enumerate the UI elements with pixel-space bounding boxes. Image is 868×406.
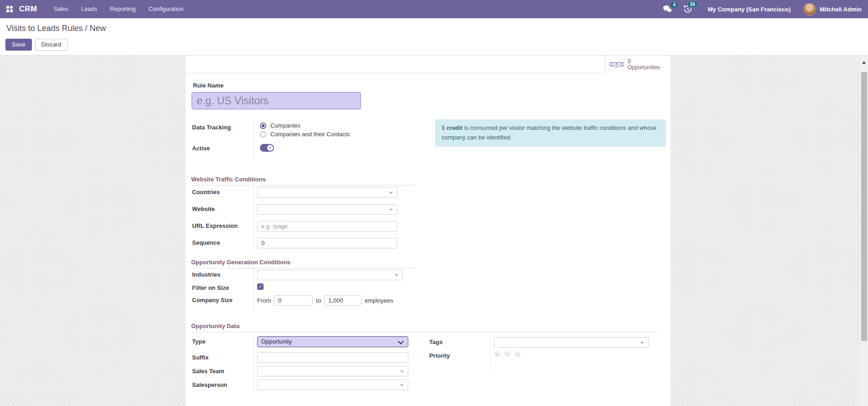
filter-on-size-checkbox[interactable] [257, 283, 264, 290]
sequence-input[interactable] [257, 238, 397, 248]
sales-team-label: Sales Team [192, 368, 224, 375]
radio-selected-icon [260, 123, 266, 129]
employees-unit-label: employees [365, 297, 393, 304]
form-sheet: 0 Opportunities Rule Name Data Tracking … [186, 56, 670, 406]
radio-companies-contacts[interactable]: Companies and their Contacts [260, 131, 350, 138]
star-icon[interactable]: ☆ [504, 350, 511, 358]
section-opportunity-data: Opportunity Data [191, 322, 659, 332]
sales-team-dropdown[interactable] [257, 366, 408, 376]
crm-rule-form-screen: CRM Sales Leads Reporting Configuration … [0, 0, 868, 406]
star-icon[interactable]: ☆ [494, 350, 501, 358]
opportunities-count: 0 [628, 59, 660, 65]
app-brand[interactable]: CRM [19, 5, 37, 14]
group-divider [253, 185, 254, 252]
activities-button[interactable]: 26 [683, 5, 692, 14]
url-expression-input[interactable] [257, 221, 397, 231]
top-navbar: CRM Sales Leads Reporting Configuration … [0, 0, 868, 18]
rule-name-label: Rule Name [193, 82, 223, 89]
to-label: to [316, 297, 321, 304]
suffix-label: Suffix [192, 354, 208, 361]
sequence-label: Sequence [192, 239, 220, 246]
company-size-row: From to employees [257, 295, 393, 306]
save-button[interactable]: Save [5, 39, 32, 51]
section-generation-conditions: Opportunity Generation Conditions [191, 258, 415, 268]
menu-reporting[interactable]: Reporting [106, 0, 140, 18]
alert-emphasis: 1 credit [442, 124, 462, 131]
size-to-input[interactable] [324, 295, 361, 306]
company-size-label: Company Size [192, 297, 233, 303]
tags-dropdown[interactable] [494, 337, 649, 348]
apps-menu-icon[interactable] [6, 6, 13, 12]
vertical-scrollbar[interactable] [860, 56, 868, 406]
size-from-input[interactable] [274, 295, 313, 306]
section-title: Opportunity Data [191, 323, 239, 329]
group-divider [253, 330, 254, 391]
from-label: From [257, 297, 271, 304]
section-title: Website Traffic Conditions [191, 176, 266, 183]
industries-label: Industries [192, 271, 220, 278]
menu-configuration[interactable]: Configuration [144, 0, 188, 18]
content-area: 0 Opportunities Rule Name Data Tracking … [0, 56, 868, 406]
scrollbar-thumb[interactable] [861, 72, 867, 341]
type-select[interactable]: Opportunity [257, 336, 408, 347]
main-menu: Sales Leads Reporting Configuration [49, 0, 192, 18]
control-panel: Visits to Leads Rules / New Save Discard [0, 18, 868, 56]
priority-stars: ☆ ☆ ☆ [494, 350, 521, 358]
navbar-right: 4 26 My Company (San Francisco) Mitchell… [663, 3, 862, 15]
tags-label: Tags [429, 339, 442, 345]
salesperson-dropdown[interactable] [257, 380, 408, 390]
company-switcher[interactable]: My Company (San Francisco) [708, 6, 791, 13]
breadcrumb-current: New [90, 24, 106, 33]
menu-sales[interactable]: Sales [49, 0, 73, 18]
form-statusbar: 0 Opportunities [186, 56, 670, 73]
countries-dropdown[interactable] [257, 187, 397, 198]
messages-button[interactable]: 4 [663, 5, 673, 13]
rule-name-input[interactable] [192, 92, 361, 109]
salesperson-label: Salesperson [192, 381, 227, 388]
group-divider [253, 121, 254, 159]
type-label: Type [192, 338, 205, 345]
activities-badge: 26 [687, 1, 698, 8]
filter-on-size-label: Filter on Size [192, 284, 229, 291]
group-divider [253, 267, 254, 312]
suffix-input[interactable] [257, 352, 408, 363]
website-dropdown[interactable] [257, 204, 397, 215]
radio-companies-contacts-label: Companies and their Contacts [270, 131, 350, 138]
active-toggle[interactable] [260, 144, 274, 152]
website-label: Website [192, 206, 215, 212]
breadcrumb-separator: / [83, 24, 90, 33]
form-actions: Save Discard [5, 39, 68, 51]
user-avatar[interactable] [803, 3, 816, 15]
credit-info-alert: 1 credit is consumed per visitor matchin… [435, 119, 666, 147]
user-menu[interactable]: Mitchell Admin [820, 6, 862, 13]
active-label: Active [192, 145, 210, 152]
messages-badge: 4 [670, 1, 678, 8]
group-divider [490, 331, 491, 370]
statusbar-divider [186, 73, 604, 73]
radio-companies-label: Companies [270, 122, 300, 129]
section-title: Opportunity Generation Conditions [191, 259, 290, 266]
section-website-traffic: Website Traffic Conditions [191, 175, 415, 185]
url-expression-label: URL Expression [192, 222, 238, 229]
priority-label: Priority [429, 352, 450, 359]
radio-companies[interactable]: Companies [260, 122, 300, 129]
type-selected-value: Opportunity [261, 338, 292, 345]
data-tracking-label: Data Tracking [192, 124, 231, 131]
industries-dropdown[interactable] [257, 270, 403, 280]
handshake-icon [609, 60, 624, 69]
star-icon[interactable]: ☆ [514, 350, 521, 358]
menu-leads[interactable]: Leads [76, 0, 102, 18]
scroll-up-arrow-icon[interactable] [862, 61, 866, 64]
radio-unselected-icon [260, 131, 266, 138]
breadcrumb-parent[interactable]: Visits to Leads Rules [6, 24, 83, 33]
discard-button[interactable]: Discard [35, 39, 68, 51]
alert-text: is consumed per visitor matching the web… [442, 124, 656, 141]
countries-label: Countries [192, 189, 220, 195]
breadcrumb: Visits to Leads Rules / New [6, 24, 106, 33]
opportunities-stat-button[interactable]: 0 Opportunities [604, 56, 670, 73]
opportunities-label: Opportunities [628, 65, 660, 71]
